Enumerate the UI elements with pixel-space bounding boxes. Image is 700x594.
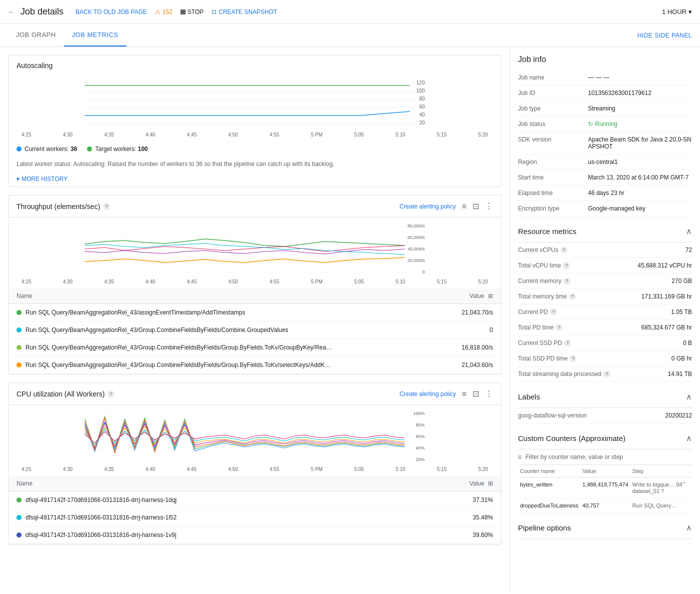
resource-value: 270 GB [672, 278, 692, 284]
cpu-filter-icon[interactable]: ≡ [462, 390, 466, 398]
labels-rows: goog-dataflow-sql-version 20200212 [518, 408, 692, 424]
stop-icon [180, 10, 186, 14]
row-name: Run SQL Query/BeamAggregationRel_43/assi… [26, 309, 246, 316]
custom-counters-chevron[interactable]: ∧ [686, 434, 692, 443]
label-value: 20200212 [666, 412, 692, 419]
cpu-help-icon[interactable]: ? [108, 390, 114, 398]
resource-label: Total SSD PD time ? [518, 355, 672, 362]
help-icon[interactable]: ? [569, 293, 576, 300]
help-icon[interactable]: ? [570, 355, 576, 362]
header-actions: BACK TO OLD JOB PAGE ⚠ 152 STOP ⊡ CREATE… [72, 8, 662, 16]
counter-step-col: Step [630, 465, 692, 478]
resource-metrics-chevron[interactable]: ∧ [686, 226, 692, 236]
svg-text:0: 0 [422, 270, 424, 274]
throughput-filter-icon[interactable]: ≡ [462, 202, 466, 211]
back-to-old-job-link[interactable]: BACK TO OLD JOB PAGE [72, 8, 151, 16]
job-info-title: Job info [518, 55, 692, 64]
info-row: Region us-central1 [518, 154, 692, 170]
info-row: Encryption type Google-managed key [518, 201, 692, 216]
custom-counters-section: Custom Counters (Approximate) ∧ [518, 428, 692, 450]
labels-chevron[interactable]: ∧ [686, 392, 692, 402]
help-icon[interactable]: ? [560, 246, 568, 254]
help-icon[interactable]: ? [556, 324, 562, 331]
cpu-expand-icon[interactable]: ⊡ [472, 389, 479, 398]
throughput-x-axis: 4:254:304:354:404:454:504:555 PM5:055:10… [16, 278, 493, 284]
row-name-cell: Run SQL Query/BeamAggregationRel_43/assi… [8, 304, 440, 322]
info-value: 1013563263001179612 [588, 90, 692, 96]
info-label: Job type [518, 105, 588, 112]
info-row: Job ID 1013563263001179612 [518, 86, 692, 101]
left-panel: Autoscaling 120 100 80 60 40 20 [0, 47, 510, 592]
autoscaling-section: Autoscaling 120 100 80 60 40 20 [8, 55, 502, 187]
help-icon[interactable]: ? [564, 278, 570, 284]
resource-row: Current SSD PD ? 0 B [518, 336, 692, 351]
counter-name: droppedDueToLateness [518, 498, 580, 513]
tab-job-graph[interactable]: JOB GRAPH [8, 24, 64, 46]
labels-title: Labels [518, 392, 540, 401]
back-button[interactable]: ← [8, 8, 14, 16]
row-value: 35.48% [410, 509, 501, 526]
autoscaling-chart: 120 100 80 60 40 20 [8, 76, 501, 142]
cpu-column-settings-icon[interactable]: ⊞ [488, 480, 493, 487]
cpu-svg: 100% 80% 60% 40% 20% 0 [16, 409, 493, 464]
throughput-help-icon[interactable]: ? [103, 203, 110, 210]
counter-name: bytes_written [518, 478, 580, 498]
warning-count: 152 [162, 8, 172, 16]
current-workers-dot [16, 146, 22, 152]
cpu-table-wrapper: Name Value ⊞ dfsql-4917142f-170d691066-0… [8, 476, 501, 544]
table-row: dfsql-4917142f-170d691066-03131816-drrj-… [8, 509, 501, 526]
cpu-header: CPU utilization (All Workers) ? Create a… [8, 383, 501, 405]
hide-side-panel-button[interactable]: HIDE SIDE PANEL [638, 32, 692, 39]
warning-badge[interactable]: ⚠ 152 [151, 8, 176, 16]
svg-text:60%: 60% [416, 434, 424, 439]
right-panel: Job info Job name — — — Job ID 101356326… [510, 47, 700, 592]
help-icon[interactable]: ? [564, 340, 571, 346]
autoscaling-x-axis: 4:254:304:354:404:454:504:555 PM5:055:10… [16, 131, 493, 138]
svg-text:40,000/s: 40,000/s [408, 246, 425, 252]
cpu-value-col: Value ⊞ [410, 476, 501, 492]
throughput-more-icon[interactable]: ⋮ [485, 202, 493, 211]
svg-text:40: 40 [419, 112, 425, 118]
snapshot-icon: ⊡ [212, 8, 216, 16]
row-color-dot [16, 345, 22, 350]
help-icon[interactable]: ? [604, 370, 610, 378]
throughput-expand-icon[interactable]: ⊡ [472, 202, 479, 211]
svg-text:20%: 20% [416, 457, 424, 462]
time-selector[interactable]: 1 HOUR ▾ [662, 8, 692, 16]
chevron-down-icon: ▾ [16, 176, 20, 182]
info-label: Job status [518, 120, 588, 128]
svg-text:40%: 40% [416, 446, 424, 450]
snapshot-button[interactable]: ⊡ CREATE SNAPSHOT [208, 8, 281, 16]
cpu-more-icon[interactable]: ⋮ [485, 389, 493, 398]
row-value: 37.31% [410, 492, 501, 509]
info-value: March 13, 2020 at 6:14:00 PM GMT-7 [588, 174, 692, 181]
stop-button[interactable]: STOP [176, 8, 208, 16]
cpu-alert-link[interactable]: Create alerting policy [400, 390, 456, 398]
pipeline-options-chevron[interactable]: ∧ [686, 523, 692, 532]
counter-row: droppedDueToLateness 40,757 Run SQL Quer… [518, 498, 692, 513]
help-icon[interactable]: ? [563, 262, 570, 269]
column-settings-icon[interactable]: ⊞ [488, 292, 493, 300]
info-row: Job type Streaming [518, 101, 692, 116]
more-history-button[interactable]: ▾ MORE HISTORY [8, 172, 501, 186]
row-color-dot [16, 310, 22, 315]
resource-row: Total streaming data processed ? 14.91 T… [518, 366, 692, 382]
target-workers-dot [87, 146, 92, 152]
row-color-dot [16, 532, 22, 538]
cpu-title: CPU utilization (All Workers) ? [16, 390, 114, 398]
resource-row: Current vCPUs ? 72 [518, 242, 692, 258]
help-icon[interactable]: ? [550, 308, 557, 316]
svg-text:60,000/s: 60,000/s [408, 235, 425, 240]
info-label: Encryption type [518, 205, 588, 212]
counter-step: Write to bigque… 04ʹʹ dataset_01 ? [630, 478, 692, 498]
counter-value-col: Value [580, 465, 630, 478]
tab-job-metrics[interactable]: JOB METRICS [64, 24, 126, 46]
throughput-value-col: Value ⊞ [440, 288, 501, 304]
info-value: us-central1 [588, 158, 692, 166]
chevron-down-icon: ▾ [688, 8, 692, 16]
resource-value: 45,688.312 vCPU hr [638, 262, 692, 269]
row-value: 0 [440, 322, 501, 339]
row-name: Run SQL Query/BeamAggregationRel_43/Grou… [26, 362, 331, 368]
throughput-alert-link[interactable]: Create alerting policy [400, 203, 456, 210]
throughput-header: Throughput (elements/sec) ? Create alert… [8, 196, 501, 218]
